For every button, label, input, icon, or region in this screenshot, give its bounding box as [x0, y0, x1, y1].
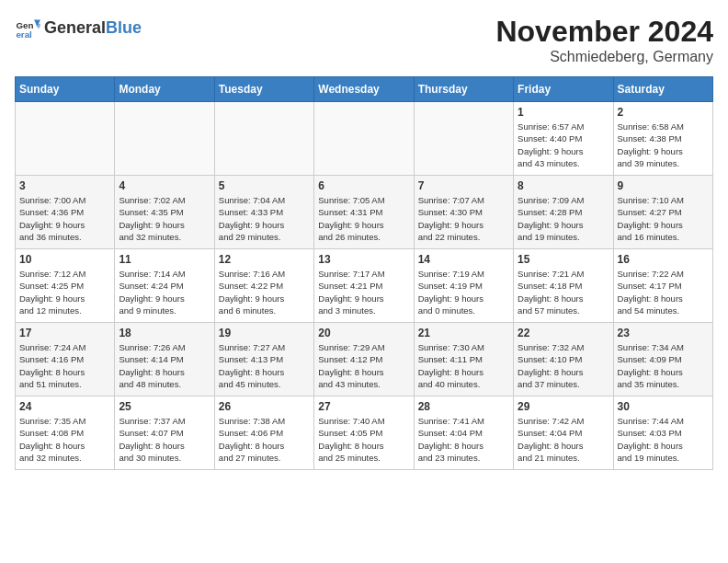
calendar-cell: 28Sunrise: 7:41 AM Sunset: 4:04 PM Dayli… [414, 396, 513, 470]
day-number: 15 [518, 253, 609, 266]
calendar-table: SundayMondayTuesdayWednesdayThursdayFrid… [15, 76, 713, 470]
day-info: Sunrise: 7:30 AM Sunset: 4:11 PM Dayligh… [418, 341, 509, 390]
day-info: Sunrise: 6:57 AM Sunset: 4:40 PM Dayligh… [518, 121, 609, 169]
day-info: Sunrise: 7:34 AM Sunset: 4:09 PM Dayligh… [618, 341, 709, 390]
day-number: 10 [19, 253, 110, 266]
day-number: 21 [418, 327, 509, 339]
calendar-cell: 1Sunrise: 6:57 AM Sunset: 4:40 PM Daylig… [514, 102, 613, 176]
day-info: Sunrise: 7:29 AM Sunset: 4:12 PM Dayligh… [318, 341, 409, 390]
day-number: 13 [318, 253, 409, 266]
day-number: 12 [219, 253, 310, 266]
day-info: Sunrise: 7:00 AM Sunset: 4:36 PM Dayligh… [19, 194, 110, 243]
calendar-week-3: 10Sunrise: 7:12 AM Sunset: 4:25 PM Dayli… [16, 249, 713, 323]
calendar-cell [115, 102, 214, 176]
day-info: Sunrise: 7:19 AM Sunset: 4:19 PM Dayligh… [418, 268, 509, 316]
header-friday: Friday [514, 77, 613, 102]
day-info: Sunrise: 7:04 AM Sunset: 4:33 PM Dayligh… [219, 194, 310, 243]
day-number: 25 [119, 400, 210, 413]
day-number: 3 [19, 179, 110, 192]
calendar-cell: 3Sunrise: 7:00 AM Sunset: 4:36 PM Daylig… [16, 176, 115, 249]
calendar-cell: 21Sunrise: 7:30 AM Sunset: 4:11 PM Dayli… [414, 323, 513, 396]
calendar-cell: 9Sunrise: 7:10 AM Sunset: 4:27 PM Daylig… [613, 176, 712, 249]
calendar-cell: 6Sunrise: 7:05 AM Sunset: 4:31 PM Daylig… [314, 176, 414, 249]
header-wednesday: Wednesday [314, 77, 414, 102]
day-info: Sunrise: 7:38 AM Sunset: 4:06 PM Dayligh… [219, 415, 310, 464]
day-info: Sunrise: 7:02 AM Sunset: 4:35 PM Dayligh… [119, 194, 210, 243]
logo-icon: Gen eral [15, 15, 40, 40]
day-number: 17 [19, 327, 110, 339]
day-info: Sunrise: 7:09 AM Sunset: 4:28 PM Dayligh… [518, 194, 609, 243]
calendar-header-row: SundayMondayTuesdayWednesdayThursdayFrid… [16, 77, 713, 102]
calendar-cell: 22Sunrise: 7:32 AM Sunset: 4:10 PM Dayli… [514, 323, 613, 396]
calendar-cell: 25Sunrise: 7:37 AM Sunset: 4:07 PM Dayli… [115, 396, 214, 470]
calendar-cell: 13Sunrise: 7:17 AM Sunset: 4:21 PM Dayli… [314, 249, 414, 323]
day-info: Sunrise: 6:58 AM Sunset: 4:38 PM Dayligh… [618, 121, 709, 169]
logo-text-general: General [44, 18, 106, 37]
day-info: Sunrise: 7:26 AM Sunset: 4:14 PM Dayligh… [119, 341, 210, 390]
title-block: November 2024 Schmiedeberg, Germany [495, 15, 713, 65]
calendar-cell: 5Sunrise: 7:04 AM Sunset: 4:33 PM Daylig… [214, 176, 313, 249]
day-info: Sunrise: 7:17 AM Sunset: 4:21 PM Dayligh… [318, 268, 409, 316]
calendar-cell: 15Sunrise: 7:21 AM Sunset: 4:18 PM Dayli… [514, 249, 613, 323]
day-number: 11 [119, 253, 210, 266]
day-number: 6 [318, 179, 409, 192]
calendar-cell: 17Sunrise: 7:24 AM Sunset: 4:16 PM Dayli… [16, 323, 115, 396]
calendar-cell [16, 102, 115, 176]
day-number: 18 [119, 327, 210, 339]
calendar-week-1: 1Sunrise: 6:57 AM Sunset: 4:40 PM Daylig… [16, 102, 713, 176]
day-info: Sunrise: 7:05 AM Sunset: 4:31 PM Dayligh… [318, 194, 409, 243]
day-number: 26 [219, 400, 310, 413]
day-number: 5 [219, 179, 310, 192]
day-number: 4 [119, 179, 210, 192]
calendar-week-5: 24Sunrise: 7:35 AM Sunset: 4:08 PM Dayli… [16, 396, 713, 470]
day-info: Sunrise: 7:24 AM Sunset: 4:16 PM Dayligh… [19, 341, 110, 390]
month-title: November 2024 [495, 15, 713, 49]
day-number: 27 [318, 400, 409, 413]
day-info: Sunrise: 7:22 AM Sunset: 4:17 PM Dayligh… [618, 268, 709, 316]
day-info: Sunrise: 7:42 AM Sunset: 4:04 PM Dayligh… [518, 415, 609, 464]
calendar-cell: 11Sunrise: 7:14 AM Sunset: 4:24 PM Dayli… [115, 249, 214, 323]
calendar-cell [314, 102, 414, 176]
calendar-cell: 10Sunrise: 7:12 AM Sunset: 4:25 PM Dayli… [16, 249, 115, 323]
day-info: Sunrise: 7:21 AM Sunset: 4:18 PM Dayligh… [518, 268, 609, 316]
day-number: 23 [618, 327, 709, 339]
calendar-cell: 12Sunrise: 7:16 AM Sunset: 4:22 PM Dayli… [214, 249, 313, 323]
calendar-cell: 29Sunrise: 7:42 AM Sunset: 4:04 PM Dayli… [514, 396, 613, 470]
calendar-cell [414, 102, 513, 176]
location-title: Schmiedeberg, Germany [495, 49, 713, 65]
day-number: 30 [618, 400, 709, 413]
header-saturday: Saturday [613, 77, 712, 102]
svg-text:eral: eral [16, 29, 32, 40]
day-number: 24 [19, 400, 110, 413]
day-info: Sunrise: 7:32 AM Sunset: 4:10 PM Dayligh… [518, 341, 609, 390]
day-number: 19 [219, 327, 310, 339]
day-number: 29 [518, 400, 609, 413]
svg-marker-3 [35, 24, 40, 29]
calendar-cell: 2Sunrise: 6:58 AM Sunset: 4:38 PM Daylig… [613, 102, 712, 176]
logo: Gen eral GeneralBlue [15, 15, 142, 40]
day-number: 14 [418, 253, 509, 266]
day-number: 22 [518, 327, 609, 339]
day-info: Sunrise: 7:16 AM Sunset: 4:22 PM Dayligh… [219, 268, 310, 316]
calendar-cell: 24Sunrise: 7:35 AM Sunset: 4:08 PM Dayli… [16, 396, 115, 470]
day-number: 2 [618, 106, 709, 119]
day-number: 7 [418, 179, 509, 192]
calendar-cell: 19Sunrise: 7:27 AM Sunset: 4:13 PM Dayli… [214, 323, 313, 396]
day-number: 16 [618, 253, 709, 266]
calendar-cell: 4Sunrise: 7:02 AM Sunset: 4:35 PM Daylig… [115, 176, 214, 249]
day-info: Sunrise: 7:37 AM Sunset: 4:07 PM Dayligh… [119, 415, 210, 464]
logo-text-blue: Blue [106, 18, 142, 37]
calendar-cell [214, 102, 313, 176]
day-info: Sunrise: 7:40 AM Sunset: 4:05 PM Dayligh… [318, 415, 409, 464]
calendar-cell: 8Sunrise: 7:09 AM Sunset: 4:28 PM Daylig… [514, 176, 613, 249]
calendar-cell: 26Sunrise: 7:38 AM Sunset: 4:06 PM Dayli… [214, 396, 313, 470]
calendar-week-4: 17Sunrise: 7:24 AM Sunset: 4:16 PM Dayli… [16, 323, 713, 396]
header-monday: Monday [115, 77, 214, 102]
day-number: 8 [518, 179, 609, 192]
header-thursday: Thursday [414, 77, 513, 102]
day-info: Sunrise: 7:10 AM Sunset: 4:27 PM Dayligh… [618, 194, 709, 243]
header-tuesday: Tuesday [214, 77, 313, 102]
calendar-cell: 16Sunrise: 7:22 AM Sunset: 4:17 PM Dayli… [613, 249, 712, 323]
day-info: Sunrise: 7:14 AM Sunset: 4:24 PM Dayligh… [119, 268, 210, 316]
day-info: Sunrise: 7:44 AM Sunset: 4:03 PM Dayligh… [618, 415, 709, 464]
